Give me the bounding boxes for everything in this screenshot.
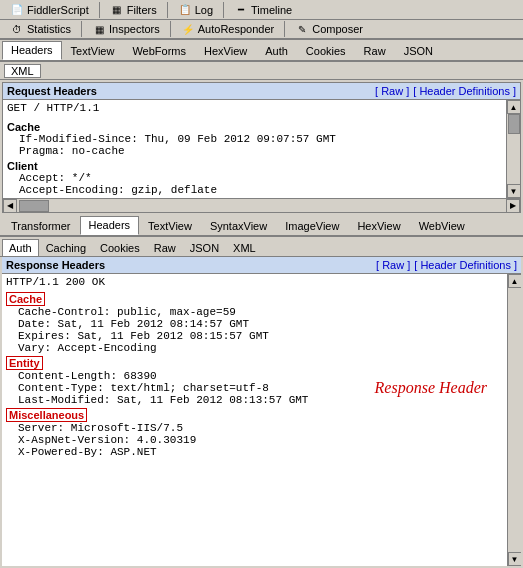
top-menu-bar: 📄 FiddlerScript ▦ Filters 📋 Log ━ Timeli… [0,0,523,20]
resp-misc-line3: X-Powered-By: ASP.NET [6,446,507,458]
xml-tab[interactable]: XML [4,64,41,78]
cache-lines: Cache-Control: public, max-age=59 Date: … [2,306,507,354]
tab-textview[interactable]: TextView [62,41,124,60]
response-entity-title: Entity [6,356,43,370]
btab-transformer[interactable]: Transformer [2,216,80,235]
timeline-icon: ━ [234,3,248,17]
req-cache-line2: Pragma: no-cache [7,145,502,157]
response-misc-title: Miscellaneous [6,408,87,422]
request-panel-header: Request Headers [ Raw ] [ Header Definit… [3,83,520,100]
resp-scroll-track [509,288,521,552]
resp-cache-line1: Cache-Control: public, max-age=59 [6,306,507,318]
req-client-line1: Accept: */* [7,172,502,184]
scroll-right-arrow[interactable]: ▶ [506,199,520,213]
request-headers-panel: Request Headers [ Raw ] [ Header Definit… [2,82,521,213]
bottom-tab-bar-row2: Auth Caching Cookies Raw JSON XML [0,237,523,257]
resp-misc-line2: X-AspNet-Version: 4.0.30319 [6,434,507,446]
btab-headers[interactable]: Headers [80,216,140,235]
btab2-caching[interactable]: Caching [39,239,93,256]
menu-statistics[interactable]: ⏱ Statistics [2,21,79,37]
btab2-xml[interactable]: XML [226,239,263,256]
resp-entity-line3: Last-Modified: Sat, 11 Feb 2012 08:13:57… [6,394,507,406]
filters-icon: ▦ [110,3,124,17]
request-section-cache-title: Cache [7,121,502,133]
tab-auth[interactable]: Auth [256,41,297,60]
tab-json[interactable]: JSON [395,41,442,60]
tab-webforms[interactable]: WebForms [123,41,195,60]
statistics-icon: ⏱ [10,22,24,36]
tab-hexview[interactable]: HexView [195,41,256,60]
log-icon: 📋 [178,3,192,17]
btab2-cookies[interactable]: Cookies [93,239,147,256]
request-scrollbar-h[interactable]: ◀ ▶ [3,198,520,212]
bottom-tab-bar-row1: Transformer Headers TextView SyntaxView … [0,215,523,237]
menu-log[interactable]: 📋 Log [170,2,221,18]
resp-cache-line4: Vary: Accept-Encoding [6,342,507,354]
request-sections: Cache If-Modified-Since: Thu, 09 Feb 201… [3,116,506,198]
misc-section: Miscellaneous [2,406,87,422]
request-raw-link[interactable]: [ Raw ] [375,85,409,97]
resp-cache-line2: Date: Sat, 11 Feb 2012 08:14:57 GMT [6,318,507,330]
resp-cache-line3: Expires: Sat, 11 Feb 2012 08:15:57 GMT [6,330,507,342]
btab2-auth[interactable]: Auth [2,239,39,256]
xml-bar: XML [0,62,523,80]
resp-scroll-up[interactable]: ▲ [508,274,522,288]
entity-lines: Content-Length: 68390 Content-Type: text… [2,370,507,406]
response-cache-title: Cache [6,292,45,306]
scroll-thumb[interactable] [508,114,520,134]
request-scroll-wrapper: GET / HTTP/1.1 Cache If-Modified-Since: … [3,100,520,198]
menu-fiddlerscript[interactable]: 📄 FiddlerScript [2,2,97,18]
request-section-client-title: Client [7,160,502,172]
response-headerdefs-link[interactable]: [ Header Definitions ] [414,259,517,271]
scroll-left-arrow[interactable]: ◀ [3,199,17,213]
response-scrollbar-v[interactable]: ▲ ▼ [507,274,521,566]
btab-textview[interactable]: TextView [139,216,201,235]
response-scroll-wrapper: HTTP/1.1 200 OK Cache Cache-Control: pub… [2,274,521,566]
inspectors-icon: ▦ [92,22,106,36]
btab2-raw[interactable]: Raw [147,239,183,256]
divider1 [99,2,100,18]
divider4 [81,21,82,37]
scroll-up-arrow[interactable]: ▲ [507,100,521,114]
btab-imageview[interactable]: ImageView [276,216,348,235]
response-panel-title: Response Headers [6,259,105,271]
btab-syntaxview[interactable]: SyntaxView [201,216,276,235]
fiddlerscript-icon: 📄 [10,3,24,17]
menu-composer[interactable]: ✎ Composer [287,21,371,37]
btab-webview[interactable]: WebView [410,216,474,235]
menu-timeline[interactable]: ━ Timeline [226,2,300,18]
bottom-section: Transformer Headers TextView SyntaxView … [0,213,523,568]
divider5 [170,21,171,37]
btab2-json[interactable]: JSON [183,239,226,256]
response-raw-link[interactable]: [ Raw ] [376,259,410,271]
request-scrollbar-v[interactable]: ▲ ▼ [506,100,520,198]
tab-raw[interactable]: Raw [355,41,395,60]
tab-cookies[interactable]: Cookies [297,41,355,60]
response-status-line: HTTP/1.1 200 OK [2,274,507,290]
response-panel: Response Headers [ Raw ] [ Header Defini… [2,257,521,566]
scroll-track-h [17,200,506,212]
composer-icon: ✎ [295,22,309,36]
scroll-thumb-h[interactable] [19,200,49,212]
request-line: GET / HTTP/1.1 [3,100,506,116]
response-content-area: HTTP/1.1 200 OK Cache Cache-Control: pub… [2,274,507,566]
request-header-links: [ Raw ] [ Header Definitions ] [375,85,516,97]
request-content: GET / HTTP/1.1 Cache If-Modified-Since: … [3,100,506,198]
request-panel-title: Request Headers [7,85,97,97]
request-headerdefs-link[interactable]: [ Header Definitions ] [413,85,516,97]
tab-headers[interactable]: Headers [2,41,62,60]
resp-entity-line1: Content-Length: 68390 [6,370,507,382]
req-client-line2: Accept-Encoding: gzip, deflate [7,184,502,196]
menu-inspectors[interactable]: ▦ Inspectors [84,21,168,37]
divider6 [284,21,285,37]
btab-hexview[interactable]: HexView [348,216,409,235]
scroll-down-arrow[interactable]: ▼ [507,184,521,198]
menu-autoresponder[interactable]: ⚡ AutoResponder [173,21,282,37]
divider2 [167,2,168,18]
main-container: 📄 FiddlerScript ▦ Filters 📋 Log ━ Timeli… [0,0,523,568]
cache-section: Cache [2,290,45,306]
response-sections-wrapper: Cache Cache-Control: public, max-age=59 … [2,290,507,458]
menu-filters[interactable]: ▦ Filters [102,2,165,18]
scroll-track [508,114,520,184]
resp-scroll-down[interactable]: ▼ [508,552,522,566]
